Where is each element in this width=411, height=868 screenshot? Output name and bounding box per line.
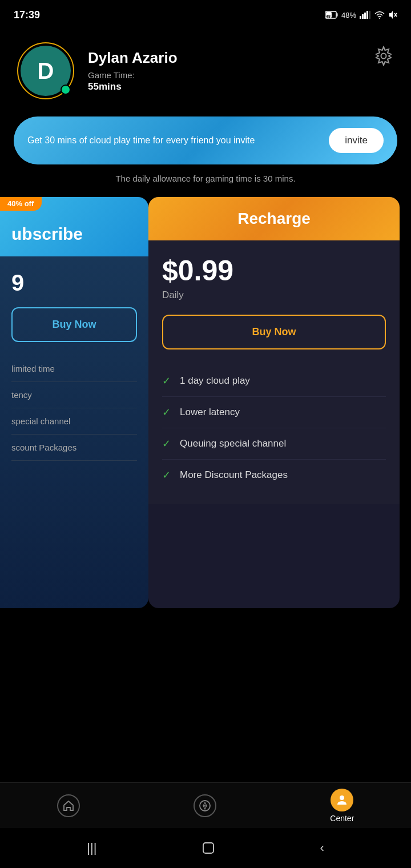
status-icons: 48 48% <box>325 10 397 19</box>
nav-item-home[interactable] <box>57 794 80 817</box>
status-bar: 17:39 48 48% <box>0 0 411 29</box>
svg-rect-4 <box>360 16 361 19</box>
online-status-dot <box>61 85 71 95</box>
wifi-icon <box>374 11 385 19</box>
sys-nav-back[interactable]: ‹ <box>320 841 324 855</box>
recharge-period: Daily <box>162 290 386 301</box>
subscribe-feature-2: tency <box>11 382 137 408</box>
svg-rect-7 <box>366 11 368 19</box>
recharge-feature-4: ✓ More Discount Packages <box>162 460 386 491</box>
nav-center-label: Center <box>330 814 354 823</box>
sys-nav-bar: ||| ‹ <box>0 828 411 868</box>
recharge-price: $0.99 <box>162 254 386 287</box>
recharge-feature-3: ✓ Queuing special channel <box>162 428 386 460</box>
svg-point-12 <box>381 54 386 59</box>
profile-info: Dylan Azario Game Time: 55mins <box>88 49 394 93</box>
recharge-feature-label-1: 1 day cloud play <box>180 375 250 387</box>
sys-nav-home[interactable] <box>202 842 215 854</box>
subscribe-card-header: 40% off ubscribe <box>0 197 148 256</box>
battery-percent: 48% <box>341 11 356 19</box>
mute-icon <box>388 10 397 19</box>
subscribe-feature-1: limited time <box>11 356 137 382</box>
sys-nav-recents[interactable]: ||| <box>87 841 96 855</box>
subscribe-features-list: limited time tency special channel scoun… <box>11 356 137 461</box>
check-icon-1: ✓ <box>162 375 171 387</box>
svg-point-15 <box>204 805 206 806</box>
gametime-value: 55mins <box>88 81 394 93</box>
svg-text:48: 48 <box>326 14 331 18</box>
compass-icon <box>194 794 216 817</box>
nav-item-center[interactable]: Center <box>330 789 354 823</box>
svg-rect-5 <box>362 14 364 19</box>
signal-icon <box>360 11 371 19</box>
svg-rect-1 <box>336 13 337 17</box>
check-icon-4: ✓ <box>162 469 171 481</box>
recharge-feature-label-3: Queuing special channel <box>180 438 286 449</box>
subscribe-card-body: 9 Buy Now limited time tency special cha… <box>0 256 148 475</box>
subscribe-feature-4: scount Packages <box>11 435 137 461</box>
gametime-label: Game Time: <box>88 70 394 80</box>
invite-button[interactable]: invite <box>329 128 384 153</box>
recharge-card: Recharge $0.99 Daily Buy Now ✓ 1 day clo… <box>148 197 400 608</box>
banner-text: Get 30 mins of cloud play time for every… <box>27 134 320 147</box>
svg-rect-17 <box>203 843 213 853</box>
recharge-card-header: Recharge <box>148 197 400 240</box>
bottom-nav: Center <box>0 782 411 828</box>
profile-section: D Dylan Azario Game Time: 55mins <box>0 29 411 111</box>
recharge-feature-2: ✓ Lower latency <box>162 397 386 428</box>
person-icon <box>331 789 353 811</box>
invite-banner: Get 30 mins of cloud play time for every… <box>14 116 397 164</box>
recharge-feature-label-4: More Discount Packages <box>180 469 288 481</box>
subscribe-buy-button[interactable]: Buy Now <box>11 307 137 342</box>
home-icon <box>57 794 80 817</box>
svg-rect-8 <box>369 11 370 19</box>
recharge-title: Recharge <box>162 210 386 228</box>
cards-container: 40% off ubscribe 9 Buy Now limited time … <box>0 197 411 608</box>
discount-badge: 40% off <box>0 197 42 211</box>
recharge-feature-1: ✓ 1 day cloud play <box>162 365 386 397</box>
svg-point-9 <box>379 18 380 19</box>
recharge-card-body: $0.99 Daily Buy Now ✓ 1 day cloud play ✓… <box>148 240 400 504</box>
recharge-feature-label-2: Lower latency <box>180 407 240 418</box>
check-icon-3: ✓ <box>162 437 171 450</box>
avatar-wrapper: D <box>17 42 74 99</box>
recharge-features-list: ✓ 1 day cloud play ✓ Lower latency ✓ Que… <box>162 365 386 491</box>
status-time: 17:39 <box>14 9 40 21</box>
battery-icon: 48 <box>325 11 338 19</box>
subscribe-title: ubscribe <box>11 210 137 244</box>
daily-allowance: The daily allowance for gaming time is 3… <box>0 174 411 183</box>
recharge-buy-button[interactable]: Buy Now <box>162 315 386 349</box>
check-icon-2: ✓ <box>162 406 171 419</box>
profile-name: Dylan Azario <box>88 49 394 67</box>
subscribe-card: 40% off ubscribe 9 Buy Now limited time … <box>0 197 148 608</box>
subscribe-feature-3: special channel <box>11 408 137 435</box>
nav-item-explore[interactable] <box>194 794 216 817</box>
svg-point-16 <box>340 795 344 800</box>
svg-rect-6 <box>364 13 366 19</box>
subscribe-price: 9 <box>11 270 137 296</box>
settings-button[interactable] <box>373 46 394 66</box>
